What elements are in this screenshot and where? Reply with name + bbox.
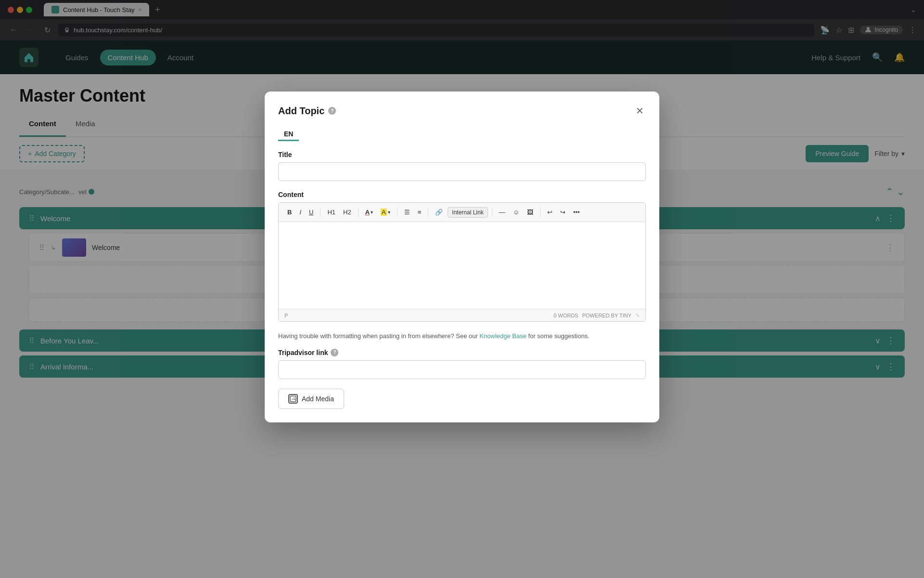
format-hint-before: Having trouble with formatting when past… (278, 332, 479, 340)
undo-btn[interactable]: ↩ (544, 207, 555, 218)
ordered-list-btn[interactable]: ≡ (415, 207, 424, 218)
h1-btn[interactable]: H1 (324, 207, 338, 218)
font-color-btn[interactable]: A ▾ (362, 207, 376, 218)
highlight-dropdown-icon: ▾ (388, 210, 390, 215)
word-count: 0 WORDS (553, 313, 578, 318)
modal-help-icon[interactable]: ? (328, 107, 336, 115)
horizontal-rule-btn[interactable]: — (496, 207, 508, 218)
title-input-wrapper (278, 162, 646, 181)
separator-5 (492, 208, 492, 217)
font-color-dropdown-icon: ▾ (371, 210, 373, 215)
title-label: Title (278, 151, 646, 158)
format-hint: Having trouble with formatting when past… (278, 331, 646, 341)
content-label: Content (278, 191, 646, 198)
tripadvisor-input[interactable] (278, 360, 646, 379)
add-topic-modal: Add Topic ? ✕ EN Title Content (265, 92, 659, 422)
tripadvisor-form-group: Tripadvisor link ? (278, 349, 646, 379)
h2-btn[interactable]: H2 (340, 207, 354, 218)
knowledge-base-link[interactable]: Knowledge Base (479, 332, 526, 340)
separator-6 (540, 208, 540, 217)
bullet-list-btn[interactable]: ☰ (401, 207, 413, 218)
editor-content-area[interactable] (279, 222, 645, 309)
italic-btn[interactable]: I (296, 207, 304, 218)
tripadvisor-label-text: Tripadvisor link (278, 349, 328, 356)
emoji-btn[interactable]: ☺ (510, 207, 522, 218)
content-form-group: Content B I U H1 H2 A ▾ (278, 191, 646, 322)
more-options-btn[interactable]: ••• (570, 207, 583, 218)
editor-status: 0 WORDS POWERED BY TINY ⤡ (553, 312, 640, 318)
internal-link-btn[interactable]: Internal Link (448, 207, 488, 218)
title-input[interactable] (278, 162, 646, 181)
redo-btn[interactable]: ↪ (557, 207, 568, 218)
editor-toolbar: B I U H1 H2 A ▾ A (279, 203, 645, 222)
separator-2 (358, 208, 359, 217)
svg-point-5 (294, 397, 295, 398)
modal-close-btn[interactable]: ✕ (634, 103, 646, 118)
separator-1 (320, 208, 321, 217)
modal-body: EN Title Content B I U H1 (265, 118, 659, 422)
add-media-label: Add Media (302, 395, 334, 403)
modal-header: Add Topic ? ✕ (265, 92, 659, 118)
modal-title: Add Topic ? (278, 105, 336, 117)
add-media-icon (288, 394, 298, 404)
title-form-group: Title (278, 151, 646, 181)
highlight-btn[interactable]: A ▾ (378, 207, 393, 218)
rich-text-editor: B I U H1 H2 A ▾ A (278, 202, 646, 322)
powered-by-label: POWERED BY TINY (582, 313, 631, 318)
resize-handle-icon[interactable]: ⤡ (635, 312, 640, 318)
modal-title-text: Add Topic (278, 105, 324, 117)
language-tab-en[interactable]: EN (278, 128, 299, 141)
tripadvisor-label-row: Tripadvisor link ? (278, 349, 646, 356)
underline-btn[interactable]: U (306, 207, 316, 218)
editor-footer: P 0 WORDS POWERED BY TINY ⤡ (279, 309, 645, 321)
bold-btn[interactable]: B (284, 207, 295, 218)
link-btn[interactable]: 🔗 (432, 207, 446, 218)
format-hint-after: for some suggestions. (526, 332, 590, 340)
separator-3 (397, 208, 398, 217)
image-btn[interactable]: 🖼 (524, 207, 536, 218)
modal-overlay: Add Topic ? ✕ EN Title Content (0, 0, 924, 578)
editor-paragraph-label: P (284, 313, 288, 318)
tripadvisor-help-icon[interactable]: ? (331, 349, 338, 356)
separator-4 (428, 208, 428, 217)
add-media-btn[interactable]: Add Media (278, 389, 344, 409)
